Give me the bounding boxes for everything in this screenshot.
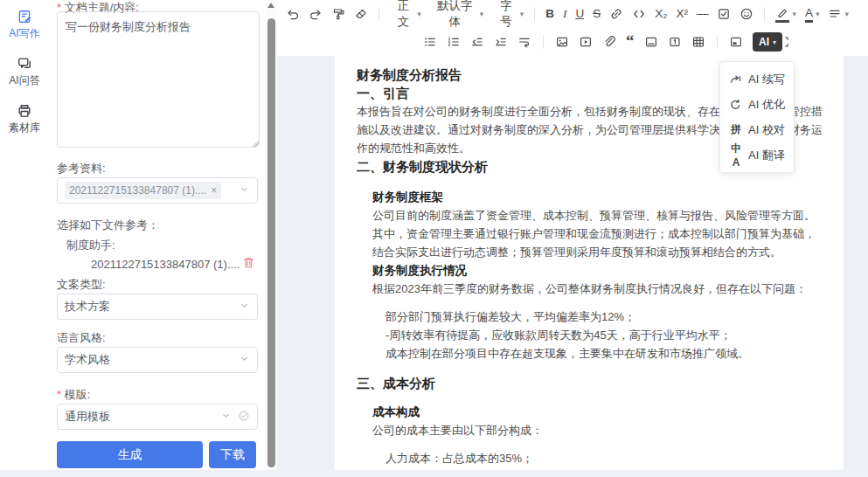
italic-button[interactable]: I <box>559 3 571 25</box>
task-list-icon <box>717 7 731 21</box>
outdent-button[interactable] <box>467 31 488 53</box>
document-line[interactable]: -周转效率有待提高，应收账款周转天数为45天，高于行业平均水平； <box>385 326 832 344</box>
ai-dropdown-menu: AI 续写 AI 优化 拼 AI 校对 中A AI 翻译 <box>719 61 795 173</box>
insert-image-button[interactable] <box>552 31 573 53</box>
nav-material-library[interactable]: 素材库 <box>0 103 49 135</box>
ordered-list-button[interactable] <box>443 31 464 53</box>
divider-button[interactable] <box>641 31 662 53</box>
menu-ai-optimize[interactable]: AI 优化 <box>720 92 794 117</box>
document-line[interactable]: 公司目前的制度涵盖了资金管理、成本控制、预算管理、核算与报告、风险管理等方面。 <box>372 206 832 225</box>
menu-ai-proofread[interactable]: 拼 AI 校对 <box>720 117 794 142</box>
check-circle-icon <box>238 410 250 425</box>
eraser-button[interactable] <box>351 3 372 25</box>
scrollbar-thumb[interactable] <box>267 18 275 467</box>
align-icon <box>828 7 842 21</box>
emoji-button[interactable] <box>736 3 757 25</box>
insert-image-icon <box>555 35 569 49</box>
blockquote-button[interactable]: “ <box>622 31 638 53</box>
format-painter-icon <box>331 7 345 21</box>
trash-icon[interactable] <box>242 256 255 272</box>
editor-region: 正文 ▾ 默认字体 ▾ 字号 ▾ B I <box>277 0 868 470</box>
highlight-color-icon <box>775 6 789 20</box>
paragraph-style-select[interactable]: 正文 ▾ <box>386 3 425 25</box>
panel-scrollbar[interactable] <box>265 0 277 470</box>
bullet-list-button[interactable] <box>420 31 441 53</box>
document-line[interactable]: 三、成本分析 <box>357 374 832 392</box>
menu-ai-translate[interactable]: 中A AI 翻译 <box>720 142 794 168</box>
horizontal-rule-button[interactable]: — <box>693 3 712 25</box>
caret-down-icon: ▾ <box>417 10 421 18</box>
reference-select[interactable]: 2021122715133847807 (1).... × <box>57 177 258 204</box>
outdent-icon <box>470 35 484 49</box>
nav-ai-qa[interactable]: AI问答 <box>0 56 49 88</box>
undo-button[interactable] <box>282 3 303 25</box>
style-label: 语言风格: <box>57 330 106 346</box>
file-row: 2021122715133847807 (1).... <box>91 256 255 272</box>
text-wrap-button[interactable] <box>514 31 535 53</box>
document-line[interactable]: 财务制度框架 <box>372 188 832 206</box>
document-line[interactable]: 结合实际支出进行动态调整；预算管理则采用年度预算和滚动预算相结合的方式。 <box>372 243 832 261</box>
document-line[interactable]: 公司的成本主要由以下部分构成： <box>372 421 832 439</box>
subscript-button[interactable]: X₂ <box>651 3 670 25</box>
scroll-up-arrow-icon[interactable] <box>267 3 274 8</box>
ai-menu-button[interactable]: AI ▾ <box>753 32 782 52</box>
document-line[interactable]: 部分部门预算执行偏差较大，平均偏差率为12%； <box>385 308 832 326</box>
generate-button[interactable]: 生成 <box>57 441 203 468</box>
inline-code-button[interactable] <box>628 3 649 25</box>
font-color-button[interactable]: A ▾ <box>802 3 823 25</box>
document-line[interactable]: 根据2023年前三季度的财务数据，公司整体财务制度执行情况良好，但存在以下问题： <box>372 280 832 298</box>
link-button[interactable] <box>606 3 627 25</box>
highlight-color-button[interactable]: ▾ <box>772 3 800 25</box>
menu-ai-continue-icon <box>729 73 742 86</box>
underline-button[interactable]: U <box>572 3 587 25</box>
document-line[interactable]: 财务制度执行情况 <box>372 261 832 280</box>
font-size-select[interactable]: 字号 ▾ <box>489 3 527 25</box>
text-wrap-icon <box>517 35 531 49</box>
caret-down-icon: ▾ <box>520 10 524 18</box>
ordered-list-icon <box>447 35 461 49</box>
document-line[interactable]: 人力成本：占总成本的35%； <box>385 449 832 467</box>
document-line[interactable]: 其中，资金管理主要通过银行账户管理和现金流预测进行；成本控制以部门预算为基础， <box>372 225 832 243</box>
menu-ai-continue[interactable]: AI 续写 <box>720 66 794 92</box>
style-select[interactable]: 学术风格 <box>57 347 258 373</box>
document-line[interactable]: 成本构成 <box>372 403 832 421</box>
format-painter-button[interactable] <box>328 3 349 25</box>
file-name: 2021122715133847807 (1).... <box>91 258 240 271</box>
ai-writing-form-panel: 文档主题/内容: 写一份财务制度分析报告 参考资料: 2021122715133… <box>49 0 265 470</box>
attachment-icon <box>602 35 616 49</box>
font-family-select[interactable]: 默认字体 ▾ <box>427 3 488 25</box>
pip-layout-button[interactable] <box>726 31 746 53</box>
task-list-button[interactable] <box>713 3 734 25</box>
page-break-button[interactable] <box>664 31 685 53</box>
tag-close-icon[interactable]: × <box>211 184 217 197</box>
insert-video-button[interactable] <box>575 31 596 53</box>
nav-ai-writing[interactable]: AI写作 <box>0 9 49 41</box>
left-nav-rail: AI写作 AI问答 素材库 <box>0 0 49 470</box>
toolbar-separator <box>717 35 718 49</box>
reference-tag: 2021122715133847807 (1).... × <box>65 182 221 199</box>
topic-textarea[interactable]: 写一份财务制度分析报告 <box>57 11 260 148</box>
insert-table-icon <box>691 35 705 49</box>
caret-down-icon: ▾ <box>816 10 820 18</box>
reference-label: 参考资料: <box>57 161 106 176</box>
indent-button[interactable] <box>490 31 511 53</box>
strikethrough-button[interactable]: S <box>589 3 604 25</box>
doc-type-select[interactable]: 技术方案 <box>57 294 258 320</box>
redo-button[interactable] <box>305 3 326 25</box>
insert-video-icon <box>579 35 593 49</box>
superscript-button[interactable]: X² <box>672 3 691 25</box>
bullet-list-icon <box>423 35 437 49</box>
eraser-icon <box>354 7 368 21</box>
template-select[interactable]: 通用模板 <box>57 404 258 430</box>
chevron-down-icon <box>239 183 250 197</box>
chevron-down-icon <box>239 353 250 367</box>
divider-icon <box>644 35 658 49</box>
toolbar-separator <box>543 35 544 49</box>
insert-table-button[interactable] <box>688 31 709 53</box>
document-line[interactable]: 成本控制在部分项目中存在超支现象，主要集中在研发和市场推广领域。 <box>385 344 832 363</box>
download-button[interactable]: 下载 <box>209 441 256 468</box>
indent-icon <box>494 35 508 49</box>
align-select[interactable]: ▾ <box>824 3 852 25</box>
bold-button[interactable]: B <box>542 3 558 25</box>
attachment-button[interactable] <box>599 31 620 53</box>
